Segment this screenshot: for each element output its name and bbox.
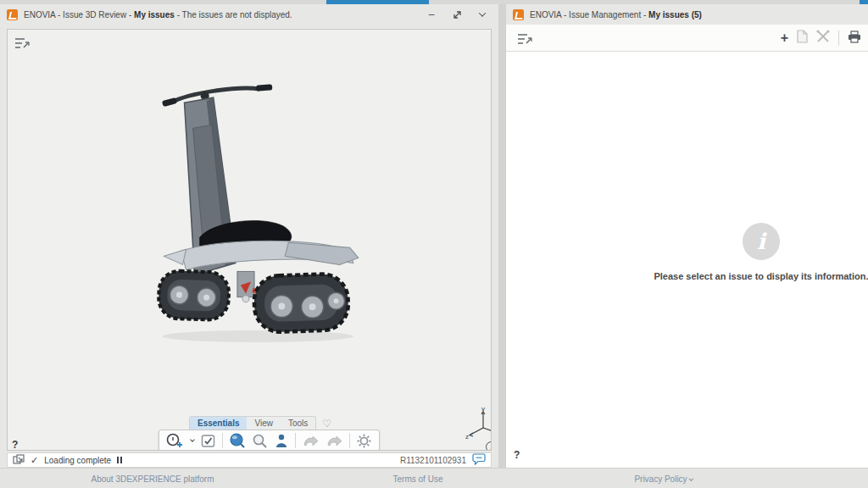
- review-sphere-button[interactable]: [229, 432, 246, 449]
- empty-state: i Please select an issue to display its …: [651, 223, 868, 281]
- tab-view[interactable]: View: [247, 417, 281, 430]
- settings-tool-button[interactable]: [356, 433, 372, 449]
- about-link[interactable]: About 3DEXPERIENCE platform: [91, 474, 214, 483]
- compass-z-label: z: [465, 433, 469, 441]
- tab-tools[interactable]: Tools: [281, 417, 315, 430]
- right-title-context: My issues (5): [648, 10, 702, 19]
- empty-state-message: Please select an issue to display its in…: [651, 271, 868, 281]
- issue-detail-panel: i Please select an issue to display its …: [506, 52, 868, 467]
- left-window-header: ENOVIA - Issue 3D Review - My issues - T…: [0, 4, 498, 25]
- left-statusbar: ✓ Loading complete R1132101102931: [7, 452, 492, 468]
- right-title-prefix: ENOVIA - Issue Management -: [530, 10, 648, 19]
- help-icon[interactable]: ?: [514, 449, 520, 461]
- tab-essentials[interactable]: Essentials: [190, 417, 247, 430]
- check-icon: ✓: [31, 455, 38, 466]
- privacy-policy-label: Privacy Policy: [634, 474, 687, 483]
- compass-y-label: y: [481, 405, 485, 413]
- left-title-context: My issues: [134, 10, 175, 19]
- issue-toolbar: +: [506, 25, 868, 52]
- left-title-status: - The issues are not displayed.: [175, 10, 292, 19]
- add-issue-button[interactable]: +: [781, 31, 788, 45]
- toolbar-separator: [838, 30, 839, 46]
- edit-tools-icon[interactable]: [816, 30, 830, 47]
- help-icon[interactable]: ?: [12, 439, 18, 451]
- enovia-logo-icon: [7, 9, 18, 20]
- screen: ENOVIA - Issue 3D Review - My issues - T…: [0, 0, 868, 488]
- left-title-prefix: ENOVIA - Issue 3D Review -: [24, 10, 134, 19]
- window-divider[interactable]: [498, 4, 505, 468]
- chat-bubble-icon[interactable]: [472, 453, 486, 467]
- forward-arrow-button[interactable]: [302, 433, 320, 449]
- view-commands-icon[interactable]: [14, 36, 30, 53]
- privacy-policy-link[interactable]: Privacy Policy: [634, 474, 693, 483]
- toolbar-separator: [295, 433, 296, 448]
- 3d-model-tracked-scooter[interactable]: [136, 74, 362, 347]
- validate-button[interactable]: [200, 433, 216, 449]
- action-toolbar: [159, 430, 380, 451]
- loading-status-text: Loading complete: [44, 456, 111, 465]
- new-document-icon[interactable]: [797, 30, 808, 47]
- left-window-title: ENOVIA - Issue 3D Review - My issues - T…: [24, 10, 292, 19]
- left-window-controls: –: [426, 4, 488, 25]
- print-icon[interactable]: [848, 30, 861, 47]
- toolbar-separator: [349, 433, 350, 448]
- zoom-button[interactable]: [252, 433, 268, 449]
- issue-toolbar-actions: +: [781, 25, 861, 52]
- info-circle-icon: i: [743, 223, 780, 260]
- pause-icon[interactable]: [117, 457, 122, 463]
- release-code: R1132101102931: [400, 456, 466, 465]
- share-arrow-button[interactable]: [326, 433, 343, 449]
- toolbar-separator: [222, 433, 223, 448]
- issue-list-commands-icon[interactable]: [517, 32, 532, 49]
- favorites-heart-icon[interactable]: ♡: [322, 419, 331, 430]
- resize-icon[interactable]: [451, 8, 463, 20]
- enovia-logo-icon: [513, 9, 524, 20]
- issue-3d-review-window: ENOVIA - Issue 3D Review - My issues - T…: [0, 4, 498, 468]
- detach-icon[interactable]: [13, 454, 25, 466]
- 3d-viewport[interactable]: Essentials View Tools ♡: [7, 29, 492, 451]
- minimize-icon[interactable]: –: [426, 8, 437, 20]
- info-icon[interactable]: i: [486, 441, 492, 451]
- viewport-tabstrip: Essentials View Tools: [189, 416, 316, 430]
- platform-footer: About 3DEXPERIENCE platform Terms of Use…: [0, 468, 868, 488]
- viewport-tab-row: Essentials View Tools ♡: [189, 416, 331, 430]
- chevron-down-icon: [689, 476, 694, 481]
- manikin-button[interactable]: [274, 433, 289, 449]
- right-window-title: ENOVIA - Issue Management - My issues (5…: [530, 10, 702, 19]
- issue-management-window: ENOVIA - Issue Management - My issues (5…: [505, 4, 868, 468]
- create-review-button[interactable]: [166, 432, 184, 449]
- create-review-dropdown-icon[interactable]: [190, 441, 194, 441]
- view-compass[interactable]: y x z: [464, 405, 492, 446]
- collapse-window-icon[interactable]: [476, 8, 488, 20]
- right-window-header: ENOVIA - Issue Management - My issues (5…: [506, 4, 868, 25]
- terms-of-use-link[interactable]: Terms of Use: [393, 474, 443, 483]
